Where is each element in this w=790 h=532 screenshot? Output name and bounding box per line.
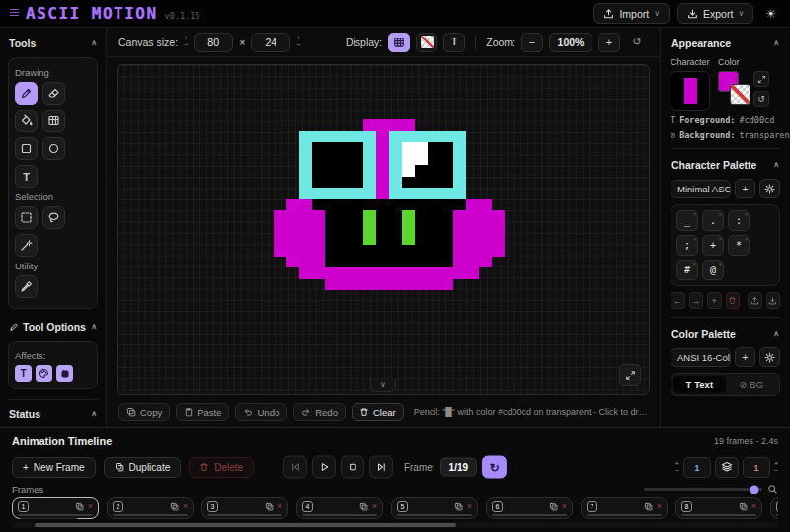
- character-button[interactable]: : ×: [728, 210, 750, 231]
- duplicate-frame-icon[interactable]: [265, 502, 274, 511]
- upload-palette-button[interactable]: [748, 292, 762, 309]
- clear-button[interactable]: Clear: [352, 403, 404, 421]
- delete-frame-icon[interactable]: ×: [562, 502, 567, 511]
- delete-character-button[interactable]: [726, 292, 741, 309]
- add-character-button[interactable]: +: [707, 292, 722, 309]
- delete-frame-icon[interactable]: ×: [751, 502, 756, 511]
- eyedropper-tool-button[interactable]: [15, 275, 38, 298]
- selected-character-preview[interactable]: [671, 71, 710, 111]
- status-section-header[interactable]: Status ∧: [8, 399, 98, 421]
- frame-duration-input[interactable]: 125: [776, 518, 778, 519]
- color-palette-settings-button[interactable]: [759, 347, 780, 367]
- rectangle-tool-button[interactable]: [15, 137, 38, 160]
- text-color-tab[interactable]: T Text: [673, 376, 726, 393]
- text-display-toggle[interactable]: T: [443, 33, 465, 52]
- character-button[interactable]: + ×: [702, 235, 724, 256]
- character-button[interactable]: * ×: [728, 235, 750, 256]
- frame-thumbnail[interactable]: [113, 514, 188, 516]
- magic-wand-tool-button[interactable]: [15, 234, 38, 257]
- duplicate-frame-icon[interactable]: [739, 502, 748, 511]
- frame-card[interactable]: 9 × 125: [770, 497, 778, 519]
- frame-duration-input[interactable]: 125: [587, 518, 648, 519]
- play-button[interactable]: [312, 456, 336, 479]
- stop-button[interactable]: [341, 456, 364, 479]
- tool-options-section-header[interactable]: Tool Options ∧: [8, 319, 98, 335]
- character-palette-select[interactable]: Minimal ASC ∨: [671, 180, 731, 198]
- transparency-display-toggle[interactable]: [416, 33, 437, 52]
- onion-prev-count[interactable]: 1: [683, 457, 711, 478]
- frame-thumbnail[interactable]: [302, 514, 377, 516]
- delete-frame-icon[interactable]: ×: [183, 502, 188, 511]
- frame-duration-input[interactable]: 125: [681, 518, 743, 519]
- zoom-value[interactable]: 100%: [549, 33, 592, 52]
- color-palette-select[interactable]: ANSI 16-Col ∨: [671, 348, 731, 367]
- frame-thumbnail[interactable]: [492, 514, 567, 516]
- stepper-minus-icon[interactable]: −: [296, 42, 300, 48]
- frame-duration-input[interactable]: 125: [397, 518, 458, 519]
- frame-card[interactable]: 6 × 125: [486, 497, 573, 519]
- zoom-reset-button[interactable]: ↺: [626, 33, 648, 52]
- character-palette-header[interactable]: Character Palette ∧: [671, 157, 780, 173]
- frame-duration-input[interactable]: 125: [302, 518, 363, 519]
- eraser-tool-button[interactable]: [42, 82, 65, 105]
- frame-duration-input[interactable]: 125: [492, 518, 553, 519]
- affects-color-chip[interactable]: [36, 365, 52, 382]
- frame-card[interactable]: 3 × 125: [201, 497, 288, 519]
- new-frame-button[interactable]: + New Frame: [12, 457, 96, 478]
- duplicate-frame-icon[interactable]: [549, 502, 558, 511]
- character-button[interactable]: @ ×: [702, 260, 724, 280]
- stepper-minus-icon[interactable]: −: [675, 468, 679, 474]
- fill-tool-button[interactable]: [15, 110, 38, 132]
- delete-frame-icon[interactable]: ×: [467, 502, 472, 511]
- frame-card[interactable]: 2 × 125: [107, 497, 194, 519]
- zoom-in-button[interactable]: +: [598, 33, 620, 52]
- rect-fill-tool-button[interactable]: [42, 110, 65, 132]
- tools-section-header[interactable]: Tools ∧: [8, 36, 98, 51]
- duplicate-frame-button[interactable]: Duplicate: [104, 457, 182, 478]
- frame-thumbnail[interactable]: [587, 514, 662, 516]
- loop-toggle-button[interactable]: ↻: [482, 456, 507, 479]
- stepper-minus-icon[interactable]: −: [184, 42, 188, 48]
- fullscreen-canvas-button[interactable]: [619, 364, 641, 386]
- delete-frame-icon[interactable]: ×: [372, 502, 377, 511]
- frame-duration-input[interactable]: 125: [113, 518, 174, 519]
- frame-thumbnail[interactable]: [18, 514, 93, 516]
- theme-toggle-button[interactable]: ☀: [761, 5, 780, 23]
- onion-next-count[interactable]: 1: [743, 457, 770, 478]
- download-palette-button[interactable]: [766, 292, 781, 309]
- paste-button[interactable]: Paste: [176, 403, 229, 421]
- frames-scrollbar-thumb[interactable]: [35, 523, 456, 527]
- stepper-plus-icon[interactable]: +: [774, 461, 778, 467]
- pencil-tool-button[interactable]: [15, 82, 38, 105]
- onion-next-stepper[interactable]: + −: [774, 461, 778, 474]
- character-button[interactable]: _ ×: [676, 210, 698, 231]
- affects-background-chip[interactable]: [56, 365, 73, 382]
- next-character-button[interactable]: →: [689, 292, 704, 309]
- frame-card[interactable]: 8 × 125: [675, 497, 762, 519]
- canvas-height-input[interactable]: 24: [251, 33, 290, 52]
- frame-duration-input[interactable]: 125: [18, 518, 79, 519]
- duplicate-frame-icon[interactable]: [359, 502, 368, 511]
- collapse-canvas-tab[interactable]: ∨: [370, 379, 396, 392]
- frame-duration-input[interactable]: 125: [207, 518, 269, 519]
- onion-prev-stepper[interactable]: + −: [675, 461, 679, 474]
- stepper-minus-icon[interactable]: −: [774, 468, 778, 474]
- undo-button[interactable]: Undo: [235, 403, 287, 421]
- import-button[interactable]: Import ∨: [593, 3, 670, 24]
- appearance-section-header[interactable]: Appearance ∧: [671, 36, 780, 51]
- character-palette-settings-button[interactable]: [759, 179, 780, 198]
- affects-character-chip[interactable]: T: [15, 365, 32, 382]
- add-color-palette-button[interactable]: +: [735, 347, 755, 367]
- skip-to-end-button[interactable]: [369, 456, 393, 479]
- bg-color-tab[interactable]: ⊘ BG: [726, 376, 778, 393]
- skip-to-start-button[interactable]: [283, 456, 307, 479]
- frame-card[interactable]: 5 × 125: [391, 497, 478, 519]
- frame-card[interactable]: 4 × 125: [296, 497, 383, 519]
- grid-display-toggle[interactable]: [388, 33, 410, 52]
- frames-scrollbar[interactable]: [12, 522, 778, 528]
- duplicate-frame-icon[interactable]: [644, 502, 653, 511]
- copy-button[interactable]: Copy: [118, 403, 170, 421]
- delete-frame-icon[interactable]: ×: [657, 502, 662, 511]
- frame-thumbnail[interactable]: [397, 514, 472, 516]
- delete-frame-button[interactable]: Delete: [189, 457, 254, 478]
